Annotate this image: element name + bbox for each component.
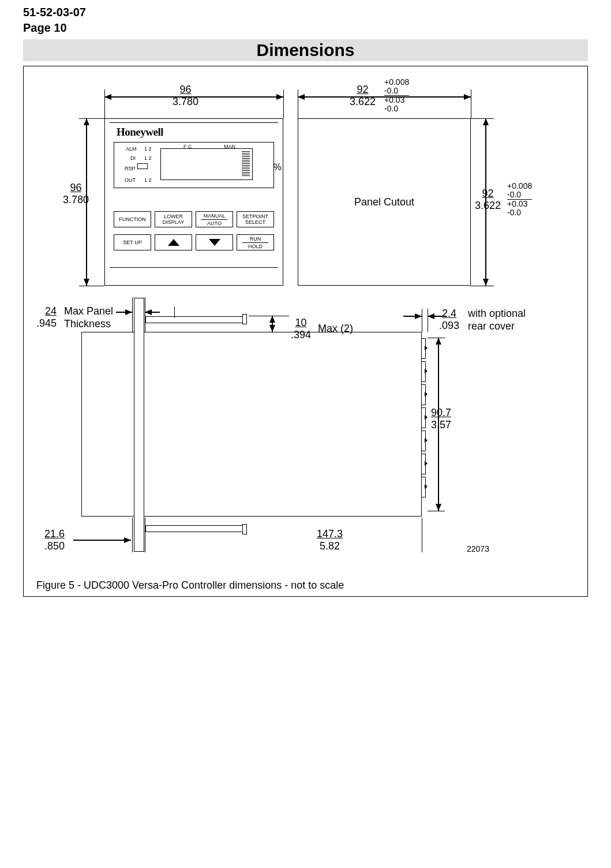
setup-button[interactable]: SET UP [114, 234, 151, 250]
ext-line [471, 118, 494, 119]
status-rsp: RSP [125, 166, 136, 171]
lcd-readout [160, 148, 253, 180]
lower-display-button[interactable]: LOWER DISPLAY [155, 211, 192, 227]
label-rear-cover: rear cover [468, 320, 515, 332]
lcd-frame: ALM DI RSP OUT 1 2 1 2 1 2 F C MAN % [114, 142, 274, 188]
top-bracket [145, 316, 243, 323]
ext-line [428, 511, 445, 511]
brand-logo: Honeywell [117, 126, 163, 139]
dim-bracket-proj: 10 .394 [291, 317, 311, 341]
ext-line [422, 518, 422, 552]
ext-line [471, 286, 494, 286]
dim-arrow-bracket [272, 316, 273, 332]
status-alm: ALM [126, 146, 137, 152]
label-thickness: Thickness [64, 318, 111, 330]
ext-line [422, 309, 422, 332]
connector [421, 338, 426, 359]
connector [421, 361, 426, 382]
run-hold-button[interactable]: RUN HOLD [237, 234, 274, 250]
triangle-down-icon [209, 239, 220, 246]
ext-line [298, 89, 298, 118]
dim-cutout-width: 92 3.622 [350, 84, 376, 108]
triangle-up-icon [168, 239, 179, 246]
dim-arrow-thk-r [145, 312, 160, 313]
dim-front-height: 96 3.780 [63, 182, 89, 206]
dim-arrow-rear-l [403, 316, 422, 317]
ext-line [79, 118, 104, 119]
doc-number: 51-52-03-07 [23, 6, 588, 19]
bargraph-icon [242, 151, 250, 177]
button-row-2: SET UP RUN HOLD [114, 234, 274, 250]
tol-cutout-w: +0.008-0.0 +0.03-0.0 [384, 78, 409, 113]
section-title: Dimensions [23, 39, 588, 61]
status-12b: 1 2 [144, 155, 152, 161]
dim-arrow-thk-l [116, 312, 132, 313]
status-12a: 1 2 [144, 146, 152, 152]
small-detail [174, 306, 175, 318]
down-button[interactable] [196, 234, 233, 250]
device-front-panel: Honeywell ALM DI RSP OUT 1 2 1 2 1 2 F C… [104, 118, 283, 286]
connector [421, 431, 426, 451]
label-max2: Max (2) [318, 323, 353, 335]
tol-cutout-h: +0.008-0.0 +0.03-0.0 [507, 182, 532, 217]
bottom-bracket [145, 525, 243, 532]
ext-line [283, 89, 284, 118]
panel-plate [134, 298, 144, 552]
status-di: DI [130, 155, 136, 161]
figure-caption: Figure 5 - UDC3000 Versa-Pro Controller … [36, 579, 344, 592]
ext-line [145, 518, 145, 552]
label-max-panel: Max Panel [64, 305, 113, 317]
dim-front-width: 96 3.780 [173, 84, 198, 108]
dim-rear-gap: 2.4 .093 [439, 308, 459, 332]
ext-line [104, 89, 105, 118]
ext-line [428, 309, 428, 332]
dim-depth: 147.3 5.82 [317, 528, 343, 552]
function-button[interactable]: FUNCTION [114, 211, 151, 227]
connector [421, 477, 426, 497]
figure-container: 96 3.780 96 3.780 92 3.622 +0.008-0.0 +0… [23, 66, 588, 597]
dim-bezel-proj: 21.6 .850 [44, 528, 65, 552]
panel-cutout-box: Panel Cutout [298, 118, 471, 286]
rsp-indicator-box [137, 163, 148, 169]
page-label: Page 10 [23, 21, 588, 35]
dim-panel-thk: 24 .945 [36, 305, 57, 330]
connector [421, 454, 426, 474]
setpoint-select-button[interactable]: SETPOINT SELECT [237, 211, 274, 227]
status-out: OUT [125, 177, 136, 183]
ext-line [79, 286, 104, 286]
top-bracket-knob [242, 314, 247, 324]
device-side-view [81, 332, 422, 517]
connector [421, 384, 426, 405]
rear-connectors [421, 338, 427, 511]
ext-line [132, 297, 133, 332]
device-inner-top [110, 122, 278, 123]
ext-line [428, 338, 445, 338]
device-inner-bottom [110, 267, 278, 268]
dim-cutout-height: 92 3.622 [475, 188, 501, 212]
up-button[interactable] [155, 234, 192, 250]
ext-line [471, 89, 471, 118]
status-12c: 1 2 [144, 177, 152, 183]
button-row-1: FUNCTION LOWER DISPLAY MANUAL AUTO SETPO… [114, 211, 274, 227]
manual-auto-button[interactable]: MANUAL AUTO [196, 211, 233, 227]
ext-line [132, 518, 133, 552]
dim-rear-h: 90.7 3.57 [431, 407, 451, 431]
bottom-bracket-knob [242, 524, 247, 534]
percent-symbol: % [273, 162, 282, 173]
dim-arrow-bezel [73, 540, 131, 541]
ext-line [249, 316, 289, 316]
drawing-number: 22073 [467, 544, 489, 553]
label-with-optional: with optional [468, 308, 526, 320]
connector [421, 407, 426, 428]
